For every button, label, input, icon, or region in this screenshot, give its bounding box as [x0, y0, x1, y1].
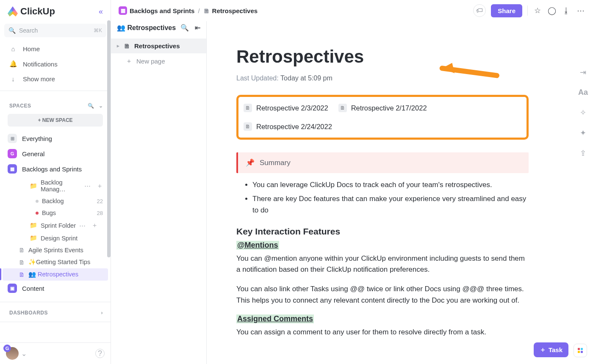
- logo-mark-icon: [8, 6, 18, 17]
- magic-icon[interactable]: ✧: [580, 108, 586, 117]
- favorite-icon[interactable]: ☆: [533, 6, 542, 15]
- tree-getting-started[interactable]: 🗎 ✨Getting Started Tips: [3, 256, 108, 268]
- summary-label: Summary: [260, 159, 291, 167]
- space-everything-label: Everything: [22, 135, 52, 142]
- share-button[interactable]: Share: [491, 4, 522, 17]
- tree-backlog-management[interactable]: 📁 Backlog Manag… ⋯ ＋: [19, 176, 108, 195]
- doc-icon: 🗎: [244, 104, 252, 112]
- subpage-link[interactable]: 🗎 Retrospective 2/3/2022: [244, 104, 328, 112]
- breadcrumb-doc[interactable]: 🗎 Retrospectives: [203, 7, 258, 14]
- space-backlogs-label: Backlogs and Sprints: [22, 165, 82, 173]
- tree-bugs-label: Bugs: [42, 210, 56, 216]
- help-icon[interactable]: ?: [95, 349, 105, 358]
- tree-design-sprint[interactable]: 📁 Design Sprint: [19, 232, 108, 244]
- tree-backlog-count: 22: [97, 198, 103, 204]
- app-logo[interactable]: ClickUp: [8, 6, 55, 17]
- search-input[interactable]: 🔍 Search ⌘K: [4, 24, 106, 37]
- space-general-icon: G: [8, 149, 17, 158]
- subpage-link[interactable]: 🗎 Retrospective 2/24/2022: [244, 122, 332, 131]
- spaces-header-label: SPACES: [9, 103, 31, 109]
- brand-name: ClickUp: [20, 6, 55, 17]
- doc-icon: 🗎: [124, 42, 130, 50]
- grid-icon: ⊞: [8, 134, 17, 143]
- nav-notifications-label: Notifications: [23, 61, 58, 68]
- space-backlogs-icon: ▦: [8, 164, 17, 174]
- chevron-down-icon[interactable]: ⌄: [21, 350, 27, 358]
- doc-subnav: 👥 Retrospectives 🔍 ⇤ ▸ 🗎 Retrospectives …: [111, 0, 207, 364]
- paragraph: You can also link other Tasks using @@ t…: [236, 284, 529, 306]
- search-icon[interactable]: 🔍: [180, 24, 189, 32]
- nav-show-more[interactable]: ↓ Show more: [0, 72, 111, 86]
- subpage-label: Retrospective 2/17/2022: [351, 104, 427, 112]
- docnav-new-page[interactable]: ＋ New page: [111, 53, 206, 69]
- plus-icon[interactable]: ＋: [91, 221, 98, 229]
- tree-backlog-mgmt-label: Backlog Manag…: [41, 179, 81, 193]
- tree-sprint-label: Sprint Folder: [41, 222, 76, 229]
- tree-getting-label: ✨Getting Started Tips: [28, 259, 90, 266]
- new-task-button[interactable]: ＋ Task: [534, 342, 568, 357]
- arrow-down-icon: ↓: [9, 75, 17, 83]
- more-icon[interactable]: ⋯: [576, 6, 585, 15]
- paragraph: You can assign a comment to any user for…: [236, 327, 529, 338]
- relationships-icon[interactable]: ✦: [580, 128, 586, 138]
- space-tree: 📁 Backlog Manag… ⋯ ＋ Backlog 22 Bugs 28 …: [0, 176, 111, 244]
- tree-sprint-folder[interactable]: 📁 Sprint Folder ⋯ ＋: [19, 219, 108, 232]
- user-avatar[interactable]: G: [6, 347, 19, 360]
- space-backlogs[interactable]: ▦ Backlogs and Sprints: [0, 161, 111, 176]
- doc-right-rail: ⇥ Aa ✧ ✦ ⇪: [578, 68, 588, 158]
- space-general[interactable]: G General: [0, 146, 111, 161]
- chevron-right-icon: ›: [101, 310, 103, 316]
- subsection-mentions: @Mentions: [236, 241, 279, 250]
- chevron-down-icon[interactable]: ⌄: [99, 103, 103, 109]
- tree-bugs[interactable]: Bugs 28: [19, 207, 108, 219]
- typography-icon[interactable]: Aa: [578, 88, 588, 97]
- nav-notifications[interactable]: 🔔 Notifications: [0, 56, 111, 72]
- space-everything[interactable]: ⊞ Everything: [0, 131, 111, 146]
- tag-button[interactable]: 🏷: [473, 4, 486, 17]
- expand-icon[interactable]: ⇥: [580, 68, 586, 77]
- tag-icon: 🏷: [476, 7, 483, 14]
- paragraph: You can @mention anyone within your Clic…: [236, 253, 529, 276]
- plus-icon[interactable]: ＋: [97, 182, 103, 190]
- docnav-page-label: Retrospectives: [134, 42, 180, 50]
- more-icon[interactable]: ⋯: [79, 222, 86, 229]
- comment-icon[interactable]: ◯: [547, 6, 557, 15]
- doc-icon: 🗎: [19, 259, 25, 266]
- summary-bullets: You can leverage ClickUp Docs to track e…: [252, 179, 529, 216]
- apps-button[interactable]: [574, 344, 587, 357]
- collapse-panel-icon[interactable]: ⇤: [195, 24, 200, 32]
- more-icon[interactable]: ⋯: [84, 182, 91, 189]
- breadcrumb: ▦ Backlogs and Sprints / 🗎 Retrospective…: [119, 6, 258, 15]
- breadcrumb-space-label: Backlogs and Sprints: [130, 7, 194, 14]
- folder-icon: 📁: [30, 234, 37, 242]
- doc-icon: 🗎: [203, 7, 210, 14]
- search-spaces-icon[interactable]: 🔍: [88, 103, 94, 109]
- folder-icon: 📁: [30, 222, 37, 229]
- tree-agile-events[interactable]: 🗎 Agile Sprints Events: [3, 244, 108, 256]
- left-sidebar: ClickUp « 🔍 Search ⌘K ⌂ Home 🔔 Notificat…: [0, 0, 111, 364]
- breadcrumb-space[interactable]: ▦ Backlogs and Sprints: [119, 6, 194, 15]
- nav-home[interactable]: ⌂ Home: [0, 41, 111, 56]
- bell-icon: 🔔: [9, 60, 17, 68]
- tree-backlog[interactable]: Backlog 22: [19, 195, 108, 207]
- folder-icon: 📁: [30, 182, 37, 190]
- search-icon: 🔍: [8, 27, 16, 34]
- topbar: ▦ Backlogs and Sprints / 🗎 Retrospective…: [111, 0, 593, 21]
- tree-agile-label: Agile Sprints Events: [28, 247, 83, 254]
- download-icon[interactable]: ⭳: [562, 6, 571, 15]
- collapse-sidebar-icon[interactable]: «: [99, 7, 103, 16]
- subpage-link[interactable]: 🗎 Retrospective 2/17/2022: [338, 104, 427, 112]
- docnav-page-retrospectives[interactable]: ▸ 🗎 Retrospectives: [111, 39, 206, 53]
- home-icon: ⌂: [9, 45, 17, 52]
- doc-icon: 🗎: [338, 104, 347, 112]
- plus-icon: ＋: [540, 346, 546, 354]
- dashboards-header[interactable]: DASHBOARDS ›: [0, 302, 111, 319]
- pin-icon: 📌: [246, 158, 255, 167]
- new-space-button[interactable]: + NEW SPACE: [8, 114, 103, 127]
- subsection-assigned-comments: Assigned Comments: [236, 314, 314, 323]
- subpages-highlight: 🗎 Retrospective 2/3/2022 🗎 Retrospective…: [236, 95, 529, 140]
- main-content: Retrospectives Last Updated: Today at 5:…: [207, 0, 593, 364]
- space-content[interactable]: ▣ Content: [0, 281, 111, 296]
- upload-icon[interactable]: ⇪: [580, 149, 586, 158]
- tree-retrospectives[interactable]: 🗎 👥 Retrospectives: [3, 268, 108, 281]
